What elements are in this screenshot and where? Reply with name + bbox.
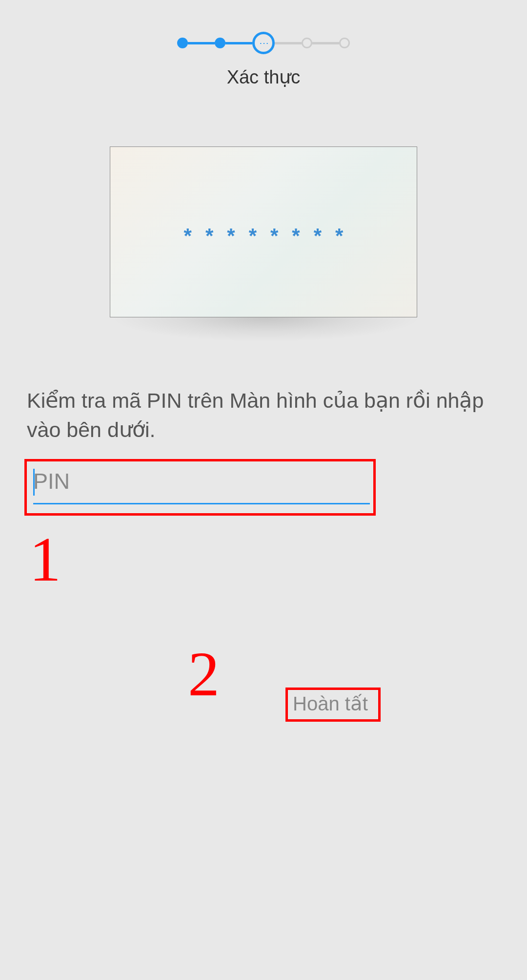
pin-input[interactable]: [33, 466, 370, 504]
step-line-3: [275, 42, 302, 44]
tv-illustration: * * * * * * * *: [110, 146, 417, 342]
asterisk-icon: *: [292, 224, 300, 248]
step-3-current-dot: [252, 32, 275, 54]
done-button[interactable]: Hoàn tất: [293, 692, 368, 715]
step-label: Xác thực: [0, 66, 527, 88]
tv-shadow: [110, 317, 422, 342]
asterisk-icon: *: [205, 224, 213, 248]
step-line-4: [312, 42, 339, 44]
step-2-dot: [215, 38, 225, 48]
step-1-dot: [177, 38, 188, 48]
asterisk-icon: *: [270, 224, 278, 248]
asterisk-icon: *: [184, 224, 192, 248]
step-line-1: [188, 42, 215, 44]
step-line-2: [225, 42, 252, 44]
asterisk-icon: *: [335, 224, 343, 248]
asterisk-icon: *: [314, 224, 322, 248]
asterisk-icon: *: [249, 224, 257, 248]
annotation-label-2: 2: [188, 637, 220, 710]
tv-screen: * * * * * * * *: [110, 146, 417, 317]
progress-stepper: [0, 0, 527, 54]
annotation-label-1: 1: [29, 522, 61, 596]
pin-input-container: [33, 466, 370, 504]
asterisk-icon: *: [227, 224, 235, 248]
step-4-dot: [302, 38, 312, 48]
step-5-dot: [339, 38, 350, 48]
input-cursor: [33, 469, 35, 496]
instruction-text: Kiểm tra mã PIN trên Màn hình của bạn rồ…: [27, 386, 500, 444]
